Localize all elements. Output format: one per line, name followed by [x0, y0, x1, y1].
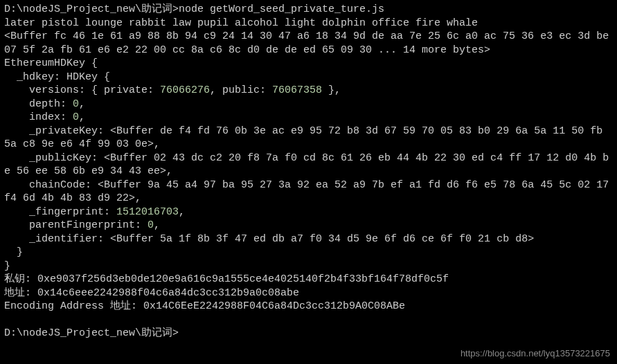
- terminal-output[interactable]: D:\nodeJS_Project_new\助记词>node getWord_s…: [4, 3, 613, 340]
- depth-line: depth: 0,: [4, 98, 613, 111]
- address-hex: 地址: 0x14c6eee2242988f04c6a84dc3cc312b9a0…: [4, 286, 613, 300]
- encoding-address: Encoding Address 地址: 0x14C6EeE2242988F04…: [4, 300, 613, 313]
- close-brace-2: }: [4, 260, 613, 273]
- fingerprint-prefix: _fingerprint:: [4, 206, 116, 218]
- depth-suffix: ,: [79, 98, 85, 110]
- identifier-line: _identifier: <Buffer 5a 1f 8b 3f 47 ed d…: [4, 233, 613, 246]
- watermark-url: https://blog.csdn.net/lyq13573221675: [460, 348, 610, 360]
- public-key-line: _publicKey: <Buffer 02 43 dc c2 20 f8 7a…: [4, 152, 613, 179]
- command-prompt-2[interactable]: D:\nodeJS_Project_new\助记词>: [4, 327, 613, 340]
- command-prompt-1: D:\nodeJS_Project_new\助记词>node getWord_s…: [4, 3, 613, 17]
- versions-prefix: versions: { private:: [4, 84, 160, 96]
- parent-fingerprint-prefix: parentFingerprint:: [4, 219, 147, 231]
- depth-value: 0: [73, 98, 79, 110]
- index-line: index: 0,: [4, 111, 613, 125]
- index-suffix: ,: [79, 111, 85, 123]
- fingerprint-value: 1512016703: [116, 206, 179, 218]
- versions-public-value: 76067358: [272, 84, 322, 96]
- chain-code-line: chainCode: <Buffer 9a 45 a4 97 ba 95 27 …: [4, 179, 613, 206]
- object-name: EthereumHDKey {: [4, 57, 613, 71]
- versions-mid: , public:: [210, 84, 272, 96]
- blank-line: [4, 313, 613, 327]
- versions-private-value: 76066276: [160, 84, 210, 96]
- hdkey-line: _hdkey: HDKey {: [4, 71, 613, 84]
- buffer-output: <Buffer fc 46 1e 61 a9 88 8b 94 c9 24 14…: [4, 30, 613, 57]
- index-value: 0: [73, 111, 79, 123]
- versions-suffix: },: [322, 84, 341, 96]
- parent-fingerprint-line: parentFingerprint: 0,: [4, 219, 613, 233]
- close-brace-1: }: [4, 246, 613, 260]
- fingerprint-line: _fingerprint: 1512016703,: [4, 206, 613, 219]
- parent-fingerprint-suffix: ,: [154, 219, 160, 231]
- depth-prefix: depth:: [4, 98, 73, 110]
- private-key-hex: 私钥: 0xe9037f256d3eb0de120e9a616c9a1555ce…: [4, 273, 613, 286]
- private-key-line: _privateKey: <Buffer de f4 fd 76 0b 3e a…: [4, 125, 613, 152]
- parent-fingerprint-value: 0: [147, 219, 154, 231]
- versions-line: versions: { private: 76066276, public: 7…: [4, 84, 613, 98]
- index-prefix: index:: [4, 111, 73, 123]
- mnemonic-output: later pistol lounge rabbit law pupil alc…: [4, 17, 613, 30]
- fingerprint-suffix: ,: [179, 206, 185, 218]
